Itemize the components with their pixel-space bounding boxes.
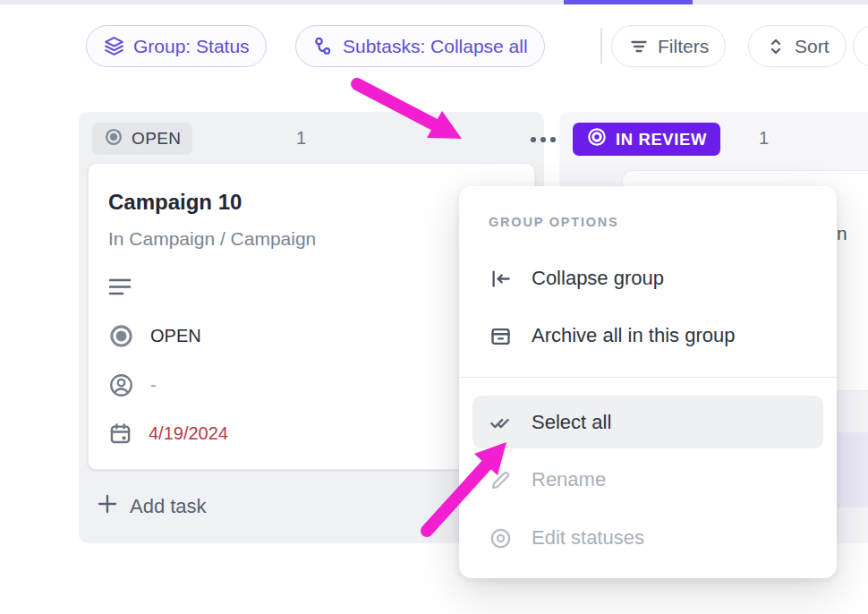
in-review-status-icon: [586, 126, 608, 152]
menu-item-edit-statuses[interactable]: Edit statuses: [459, 515, 837, 561]
active-tab-indicator: [564, 0, 693, 4]
menu-item-rename[interactable]: Rename: [459, 456, 837, 503]
assignee-value: -: [150, 375, 157, 396]
task-location: In Campaign / Campaign: [108, 228, 316, 250]
add-task-button[interactable]: Add task: [97, 493, 207, 520]
menu-item-label: Collapse group: [532, 267, 664, 290]
menu-item-select-all[interactable]: Select all: [472, 396, 823, 448]
archive-icon: [489, 324, 513, 348]
layers-icon: [103, 35, 125, 57]
assignee-icon: [108, 372, 134, 398]
select-all-icon: [489, 410, 513, 435]
menu-item-archive-all[interactable]: Archive all in this group: [459, 312, 837, 359]
sort-label: Sort: [795, 36, 830, 57]
task-title-fragment: n: [837, 223, 847, 244]
sort-icon: [765, 36, 787, 57]
open-status-badge[interactable]: OPEN: [92, 123, 192, 155]
in-review-status-label: IN REVIEW: [616, 130, 707, 149]
menu-header: GROUP OPTIONS: [489, 215, 619, 229]
open-count: 1: [296, 128, 306, 149]
menu-item-collapse-group[interactable]: Collapse group: [459, 255, 837, 302]
menu-item-label: Select all: [532, 411, 611, 434]
task-title: Campaign 10: [108, 190, 242, 215]
filters-button[interactable]: Filters: [611, 25, 726, 67]
subtask-icon: [312, 35, 335, 57]
add-task-plus-icon: [97, 493, 118, 520]
ellipsis-icon: [528, 125, 558, 152]
menu-item-label: Archive all in this group: [532, 324, 735, 347]
subtasks-pill[interactable]: Subtasks: Collapse all: [295, 25, 545, 67]
status-icon: [108, 323, 134, 349]
description-icon: [108, 277, 132, 303]
due-date-field[interactable]: 4/19/2024: [108, 422, 228, 446]
pencil-icon: [489, 468, 513, 492]
menu-item-label: Rename: [532, 468, 606, 491]
add-task-label: Add task: [130, 495, 207, 518]
status-value: OPEN: [150, 326, 201, 346]
browser-tab-strip: [0, 0, 868, 4]
toolbar-pill-partial[interactable]: [853, 25, 868, 67]
toolbar-divider: [600, 28, 602, 64]
filter-icon: [628, 36, 650, 57]
in-review-count: 1: [759, 128, 769, 149]
in-review-status-badge[interactable]: IN REVIEW: [573, 123, 720, 156]
sort-button[interactable]: Sort: [748, 25, 847, 67]
subtasks-label: Subtasks: Collapse all: [343, 36, 528, 57]
group-options-menu: GROUP OPTIONS Collapse group Archive all: [459, 186, 837, 578]
collapse-group-icon: [489, 267, 513, 291]
edit-statuses-icon: [489, 526, 513, 550]
calendar-icon: [108, 422, 132, 446]
status-circle-icon: [104, 127, 123, 151]
group-options-button[interactable]: [528, 125, 558, 152]
open-status-label: OPEN: [132, 129, 181, 149]
filters-label: Filters: [658, 36, 709, 57]
group-by-pill[interactable]: Group: Status: [86, 25, 267, 67]
due-date-value: 4/19/2024: [149, 423, 228, 444]
menu-item-label: Edit statuses: [532, 526, 644, 550]
board-view: Group: Status Subtasks: Collapse all Fil…: [0, 0, 868, 614]
assignee-field[interactable]: -: [108, 372, 157, 398]
group-by-label: Group: Status: [133, 36, 250, 57]
status-field[interactable]: OPEN: [108, 323, 201, 349]
menu-divider: [459, 377, 837, 378]
